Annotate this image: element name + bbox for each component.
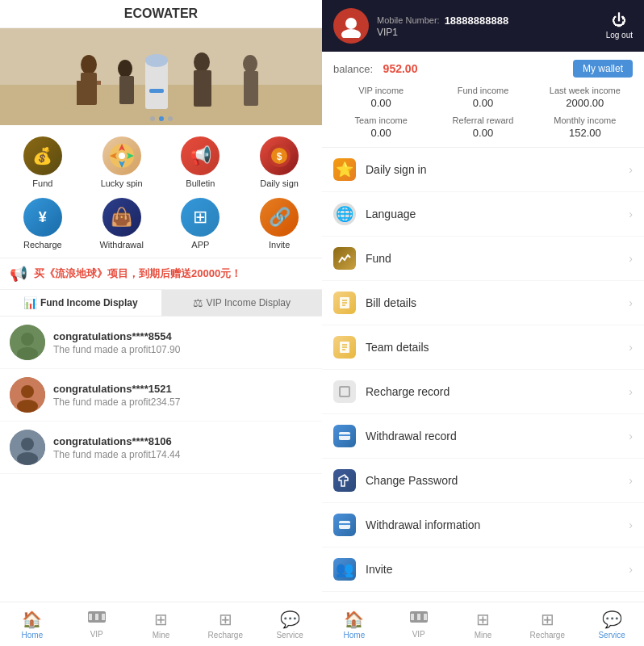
service-icon-left: 💬 [280, 610, 300, 629]
service-label-left: Service [276, 631, 303, 640]
right-nav-mine[interactable]: ⊞ Mine [451, 602, 516, 646]
invite-menu-icon: 👥 [333, 558, 356, 581]
withdrawal-info-icon [333, 514, 356, 536]
user-avatar [333, 8, 369, 44]
withdrawal-info-label: Withdrawal information [366, 518, 619, 531]
icon-fund[interactable]: 💰 Fund [3, 132, 82, 193]
svg-point-30 [341, 29, 361, 38]
logout-button[interactable]: ⏻ Log out [606, 12, 633, 40]
vip-label: VIP1 [377, 27, 598, 38]
income-tabs: 📊 Fund Income Display ⚖ VIP Income Displ… [0, 290, 322, 317]
income-name-3: congratulations****8106 [53, 435, 312, 447]
right-nav-service[interactable]: 💬 Service [579, 602, 644, 646]
income-desc-2: The fund made a profit234.57 [53, 396, 312, 408]
income-name-2: congratulations****1521 [53, 383, 312, 395]
menu-item-language[interactable]: 🌐 Language › [322, 192, 644, 237]
icon-daily-sign[interactable]: $ Daily sign [240, 132, 319, 193]
fund-arrow: › [629, 252, 633, 265]
home-icon-right: 🏠 [344, 610, 364, 629]
left-nav-home[interactable]: 🏠 Home [0, 602, 65, 646]
income-desc-3: The fund made a profit174.44 [53, 449, 312, 460]
daily-sign-arrow: › [629, 163, 633, 176]
balance-display: balance: 952.00 [333, 61, 417, 76]
right-header: Mobile Number: 18888888888 VIP1 ⏻ Log ou… [322, 0, 644, 52]
fund-income-label: Fund income [435, 86, 530, 95]
income-info-1: congratulations****8554 The fund made a … [53, 330, 312, 355]
recharge-icon-left: ⊞ [219, 610, 232, 629]
icon-recharge[interactable]: ¥ Recharge [3, 193, 82, 254]
language-menu-label: Language [366, 208, 619, 220]
dot-3 [168, 116, 173, 121]
menu-list: ⭐ Daily sign in › 🌐 Language › Fund › [322, 148, 644, 602]
menu-item-fund[interactable]: Fund › [322, 237, 644, 281]
income-info-3: congratulations****8106 The fund made a … [53, 435, 312, 460]
balance-row: balance: 952.00 My wallet [333, 60, 633, 78]
icon-lucky-spin[interactable]: Lucky spin [82, 132, 161, 193]
wallet-button[interactable]: My wallet [573, 60, 633, 78]
left-nav-service[interactable]: 💬 Service [257, 602, 322, 646]
svg-rect-52 [417, 614, 420, 620]
mine-icon-left: ⊞ [154, 610, 168, 629]
icon-withdrawal[interactable]: 👜 Withdrawal [82, 193, 161, 254]
right-nav-recharge[interactable]: ⊞ Recharge [515, 602, 579, 646]
icon-app[interactable]: ⊞ APP [161, 193, 240, 254]
svg-rect-49 [102, 614, 105, 620]
withdrawal-record-arrow: › [629, 430, 633, 443]
app-icon: ⊞ [181, 198, 220, 237]
menu-item-withdrawal-record[interactable]: Withdrawal record › [322, 414, 644, 459]
mine-label-left: Mine [153, 631, 170, 640]
income-name-1: congratulations****8554 [53, 330, 312, 342]
menu-item-daily-sign[interactable]: ⭐ Daily sign in › [322, 148, 644, 192]
service-label-right: Service [598, 631, 625, 640]
menu-item-team-details[interactable]: Team details › [322, 325, 644, 370]
icons-grid: 💰 Fund Lucky spin 📢 Bulletin $ Daily sig… [0, 125, 322, 258]
icon-bulletin[interactable]: 📢 Bulletin [161, 132, 240, 193]
change-password-icon [333, 469, 356, 492]
svg-rect-53 [424, 614, 427, 620]
balance-label: balance: [333, 63, 373, 75]
invite-arrow: › [629, 563, 633, 576]
withdrawal-info-arrow: › [629, 518, 633, 531]
menu-item-invite[interactable]: 👥 Invite › [322, 547, 644, 592]
avatar-2 [10, 377, 45, 413]
svg-rect-6 [145, 61, 168, 109]
left-nav-mine[interactable]: ⊞ Mine [129, 602, 194, 646]
recharge-icon: ¥ [23, 198, 62, 237]
app-title: ECOWATER [0, 0, 322, 28]
right-nav-vip[interactable]: VIP [387, 602, 451, 646]
svg-rect-5 [97, 81, 101, 85]
dot-1 [150, 116, 155, 121]
income-cell-3: Team income 0.00 [333, 115, 429, 139]
right-nav-home[interactable]: 🏠 Home [322, 602, 387, 646]
tab-vip-income[interactable]: ⚖ VIP Income Display [161, 290, 323, 316]
daily-sign-menu-label: Daily sign in [366, 163, 619, 176]
withdrawal-label: Withdrawal [99, 240, 143, 250]
menu-item-withdrawal-info[interactable]: Withdrawal information › [322, 503, 644, 547]
left-nav-vip[interactable]: VIP [65, 602, 129, 646]
icon-invite[interactable]: 🔗 Invite [240, 193, 319, 254]
menu-item-change-password[interactable]: Change Password › [322, 459, 644, 503]
language-menu-icon: 🌐 [333, 203, 356, 225]
vip-icon-right [410, 610, 428, 628]
vip-icon-left [88, 610, 106, 628]
tab-fund-income[interactable]: 📊 Fund Income Display [0, 290, 161, 316]
monthly-value: 152.00 [537, 127, 633, 139]
bill-details-icon [333, 292, 356, 314]
app-label: APP [191, 240, 209, 250]
change-password-arrow: › [629, 474, 633, 487]
vip-income-value: 0.00 [333, 97, 429, 109]
home-label-left: Home [22, 631, 44, 640]
fund-menu-label: Fund [366, 252, 619, 265]
menu-item-recharge-record[interactable]: Recharge record › [322, 370, 644, 414]
referral-value: 0.00 [435, 127, 530, 139]
recharge-label-right: Recharge [530, 631, 565, 640]
income-cell-2: Last week income 2000.00 [537, 86, 633, 109]
income-cell-4: Referral reward 0.00 [435, 115, 530, 139]
left-nav-recharge[interactable]: ⊞ Recharge [193, 602, 257, 646]
income-cell-1: Fund income 0.00 [435, 86, 530, 109]
menu-item-bill-details[interactable]: Bill details › [322, 281, 644, 325]
language-arrow: › [629, 208, 633, 220]
income-item-3: congratulations****8106 The fund made a … [0, 422, 322, 474]
svg-point-28 [17, 452, 38, 465]
left-bottom-nav: 🏠 Home VIP ⊞ Mine ⊞ Recharge 💬 Service [0, 602, 322, 646]
